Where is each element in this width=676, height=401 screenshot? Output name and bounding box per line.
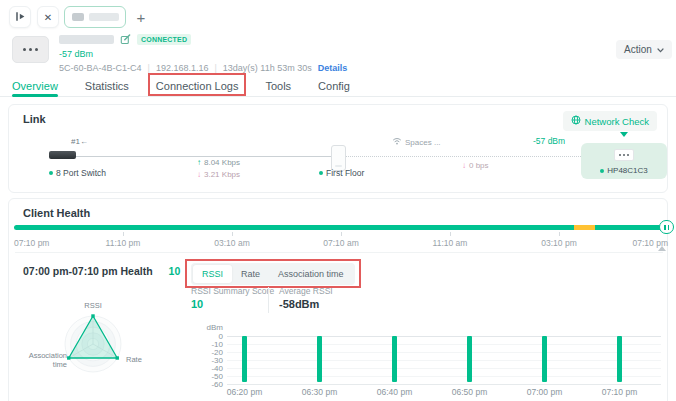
switch-device-image[interactable]	[49, 151, 76, 159]
health-radar-chart: RSSIRateAssociationtime	[9, 294, 189, 401]
tab-connection-logs[interactable]: Connection Logs	[156, 75, 239, 96]
download-arrow-icon: ↓	[462, 161, 466, 170]
y-tick-label: -60	[195, 380, 223, 389]
y-tick-label: -20	[195, 348, 223, 357]
gridline	[227, 384, 661, 385]
rssi-bar	[467, 336, 472, 382]
expand-panel-icon	[15, 11, 26, 24]
x-axis-label: 06:30 pm	[302, 387, 337, 397]
y-tick-label: -50	[195, 372, 223, 381]
ssid-text: Spaces ...	[405, 138, 441, 147]
period-score: 10	[169, 265, 181, 277]
svg-text:Association: Association	[29, 351, 67, 360]
svg-text:time: time	[53, 360, 67, 369]
switch-name[interactable]: 8 Port Switch	[49, 168, 106, 178]
client-health-title: Client Health	[23, 207, 90, 219]
network-check-label: Network Check	[585, 116, 649, 127]
average-rssi-label: Average RSSI	[279, 286, 333, 296]
timeline-labels: 07:10 pm11:10 pm03:10 am07:10 am11:10 am…	[14, 238, 668, 248]
current-client-pointer-icon	[620, 132, 628, 137]
ssid-label: Spaces ...	[392, 137, 441, 147]
switch-port-label: #1←	[71, 137, 88, 146]
subtab-rssi[interactable]: RSSI	[193, 265, 232, 283]
rssi-summary-score-label: RSSI Summary Score	[191, 286, 274, 296]
expand-panel-button[interactable]	[9, 6, 31, 28]
tab-statistics[interactable]: Statistics	[85, 75, 129, 96]
add-tab-button[interactable]: +	[131, 6, 151, 28]
device-uptime: 13day(s) 11h 53m 30s	[223, 63, 312, 73]
timeline-label: 07:10 pm	[14, 238, 49, 248]
gridline	[227, 368, 661, 369]
bar-series: 06:20 pm06:30 pm06:40 pm06:50 pm07:00 pm…	[207, 336, 657, 384]
y-axis-label: dBm	[195, 323, 223, 332]
subtab-association-time[interactable]: Association time	[269, 265, 353, 283]
status-dot	[49, 171, 53, 175]
y-tick-label: -10	[195, 340, 223, 349]
timeline-ticks	[14, 232, 668, 236]
status-dot	[600, 169, 604, 173]
device-avatar	[12, 36, 49, 63]
device-tab[interactable]	[64, 6, 126, 28]
upload-arrow-icon: ↑	[197, 158, 201, 167]
ap-name[interactable]: First Floor	[319, 168, 364, 178]
gridline	[227, 336, 661, 337]
y-tick-label: -40	[195, 364, 223, 373]
timeline-label: 03:10 pm	[541, 238, 576, 248]
x-axis-label: 06:20 pm	[227, 387, 262, 397]
uplink-down-value: 3.21 Kbps	[204, 170, 240, 179]
health-timeline-bar[interactable]	[14, 225, 668, 230]
redacted-tab-icon	[72, 13, 84, 21]
rssi-bar	[542, 336, 547, 382]
gridline	[227, 376, 661, 377]
timeline-label: 07:10 am	[323, 238, 358, 248]
device-rssi: -57 dBm	[59, 49, 347, 59]
main-tab-bar: OverviewStatisticsConnection LogsToolsCo…	[0, 75, 676, 97]
separator: |	[214, 63, 216, 73]
x-axis-label: 07:00 pm	[527, 387, 562, 397]
rssi-summary-score-value: 10	[191, 298, 203, 310]
redacted-tab-title	[89, 13, 119, 21]
gridline	[227, 360, 661, 361]
x-axis-label: 06:50 pm	[452, 387, 487, 397]
timeline-label: 11:10 pm	[106, 238, 141, 248]
tab-tools[interactable]: Tools	[265, 75, 291, 96]
y-tick-label: 0	[195, 332, 223, 341]
client-name: HP48C1C3	[600, 166, 647, 175]
client-health-card: Client Health 07:10 pm11:10 pm03:10 am07…	[8, 198, 668, 401]
wifi-icon	[392, 137, 402, 147]
close-button[interactable]: ✕	[37, 6, 59, 28]
rssi-bar	[242, 336, 247, 382]
x-axis-label: 07:10 pm	[602, 387, 637, 397]
chevron-down-icon	[657, 44, 664, 55]
tab-overview[interactable]: Overview	[12, 75, 58, 96]
link-title: Link	[23, 113, 46, 125]
action-button-label: Action	[624, 44, 652, 55]
plus-icon: +	[137, 9, 146, 26]
timeline-label: 11:10 am	[433, 238, 468, 248]
collapse-triangle-icon[interactable]	[658, 246, 666, 251]
wired-traffic-stats: ↑8.04 Kbps ↓3.21 Kbps	[197, 158, 240, 182]
wireless-traffic-stats: ↓0 bps	[462, 161, 489, 173]
details-link[interactable]: Details	[318, 63, 348, 73]
rssi-bar	[392, 336, 397, 382]
timeline-label: 03:10 am	[214, 238, 249, 248]
separator: |	[148, 63, 150, 73]
download-arrow-icon: ↓	[197, 170, 201, 179]
edit-icon[interactable]	[120, 31, 131, 49]
health-timeline-warning-segment	[574, 225, 595, 230]
device-mac: 5C-60-BA-4B-C1-C4	[59, 63, 142, 73]
redacted-device-name	[59, 35, 114, 44]
rssi-bar	[317, 336, 322, 382]
subtab-rate[interactable]: Rate	[232, 265, 269, 283]
network-check-button[interactable]: Network Check	[563, 111, 657, 131]
action-button[interactable]: Action	[616, 40, 672, 59]
client-node-card[interactable]: HP48C1C3	[581, 143, 667, 179]
tab-config[interactable]: Config	[318, 75, 350, 96]
link-card: Link Network Check #1← 8 Port Switch ↑8.…	[8, 104, 668, 193]
period-label: 07:00 pm-07:10 pm Health	[23, 265, 153, 277]
wireless-link-line	[346, 156, 581, 157]
y-tick-label: -30	[195, 356, 223, 365]
svg-text:RSSI: RSSI	[84, 301, 102, 310]
rssi-bar	[617, 336, 622, 382]
divider	[15, 252, 663, 253]
